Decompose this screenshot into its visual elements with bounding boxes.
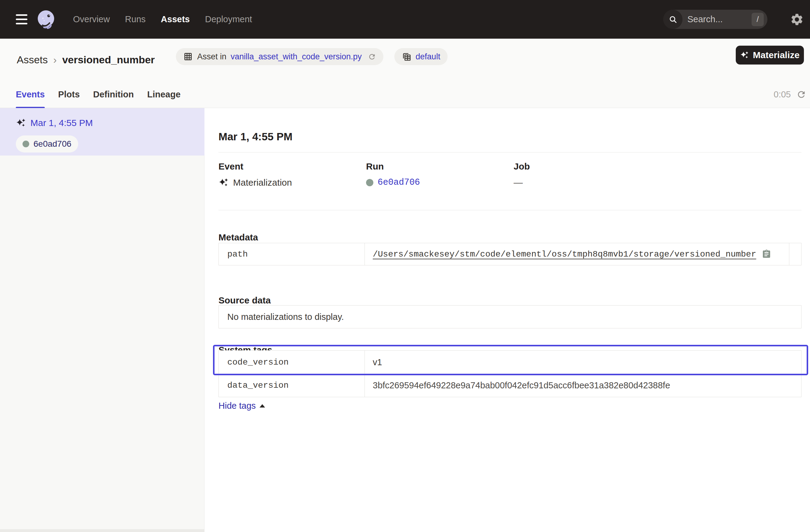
content-area: Mar 1, 4:55 PM 6e0ad706 Mar 1, 4:55 PM E…: [0, 108, 810, 532]
run-chip[interactable]: 6e0ad706: [16, 135, 78, 152]
table-gutter: [789, 243, 801, 265]
event-detail-panel: Mar 1, 4:55 PM Event Run Job Materializa…: [205, 108, 810, 532]
refresh-countdown: 0:05: [774, 90, 791, 99]
run-status-dot: [366, 179, 373, 186]
copy-path-icon[interactable]: [762, 249, 771, 259]
tab-definition[interactable]: Definition: [93, 81, 134, 108]
run-value: 6e0ad706: [366, 177, 420, 188]
job-value: —: [514, 177, 523, 188]
page-title: versioned_number: [62, 54, 155, 66]
tab-plots[interactable]: Plots: [58, 81, 80, 108]
asset-group-icon: [402, 52, 411, 62]
asset-file-link[interactable]: vanilla_asset_with_code_version.py: [231, 52, 362, 62]
nav-item-runs[interactable]: Runs: [125, 14, 146, 25]
metadata-value: /Users/smackesey/stm/code/elementl/oss/t…: [365, 243, 789, 265]
auto-refresh-timer: 0:05: [774, 81, 806, 108]
materialize-button[interactable]: Materialize: [736, 46, 804, 65]
global-search[interactable]: /: [663, 10, 767, 29]
asset-definition-chip: Asset in vanilla_asset_with_code_version…: [176, 48, 384, 65]
event-timestamp: Mar 1, 4:55 PM: [30, 118, 93, 128]
header-chips: Asset in vanilla_asset_with_code_version…: [176, 48, 448, 65]
reload-definition-icon[interactable]: [368, 53, 376, 61]
system-tags-section: code_version v1 data_version 3bfc269594e…: [218, 350, 801, 397]
run-column-label: Run: [366, 161, 384, 172]
metadata-table: path /Users/smackesey/stm/code/elementl/…: [218, 243, 801, 265]
breadcrumb: Assets › versioned_number: [17, 39, 155, 81]
system-tags-table: code_version v1 data_version 3bfc269594e…: [218, 350, 801, 397]
search-input[interactable]: [687, 14, 742, 25]
table-row-data-version: data_version 3bfc269594ef649228e9a74bab0…: [219, 374, 801, 397]
job-value-text: —: [514, 177, 523, 188]
event-list-item-selected[interactable]: Mar 1, 4:55 PM 6e0ad706: [0, 108, 205, 156]
tab-events[interactable]: Events: [16, 81, 45, 108]
materialization-sparkle-icon: [218, 177, 229, 188]
asset-header: Assets › versioned_number Asset in vanil…: [0, 39, 810, 81]
dagster-asset-page: Overview Runs Assets Deployment / Assets…: [0, 0, 810, 532]
asset-chip-prefix: Asset in: [197, 52, 226, 62]
event-timestamp-row: Mar 1, 4:55 PM: [16, 118, 93, 128]
asset-tabs: Events Plots Definition Lineage: [16, 81, 180, 108]
run-status-dot: [22, 141, 29, 147]
source-data-empty-box: No materializations to display.: [218, 305, 801, 328]
hide-tags-link[interactable]: Hide tags: [218, 401, 265, 411]
events-sidebar: Mar 1, 4:55 PM 6e0ad706: [0, 108, 205, 532]
event-type-text: Materialization: [233, 177, 292, 188]
tab-lineage[interactable]: Lineage: [147, 81, 181, 108]
nav-item-overview[interactable]: Overview: [73, 14, 110, 25]
table-row: path /Users/smackesey/stm/code/elementl/…: [219, 243, 801, 265]
tag-value: v1: [365, 351, 801, 374]
search-shortcut-badge: /: [751, 13, 764, 26]
asset-tabs-row: Events Plots Definition Lineage 0:05: [0, 81, 810, 108]
menu-icon[interactable]: [16, 14, 27, 25]
asset-table-icon: [183, 52, 193, 62]
event-column-label: Event: [218, 161, 243, 172]
asset-group-chip: default: [394, 48, 448, 65]
source-data-empty-message: No materializations to display.: [227, 312, 344, 322]
dagster-logo-icon[interactable]: [36, 9, 56, 29]
path-link[interactable]: /Users/smackesey/stm/code/elementl/oss/t…: [373, 249, 756, 259]
tag-key: code_version: [219, 351, 365, 374]
nav-item-deployment[interactable]: Deployment: [205, 14, 252, 25]
run-id-link[interactable]: 6e0ad706: [378, 177, 420, 188]
settings-gear-icon[interactable]: [790, 13, 804, 27]
search-icon: [663, 10, 682, 29]
materialize-button-label: Materialize: [753, 50, 799, 60]
materialization-sparkle-icon: [16, 118, 26, 128]
run-chip-id: 6e0ad706: [33, 139, 71, 149]
table-row-code-version: code_version v1: [219, 351, 801, 374]
group-default-link[interactable]: default: [416, 52, 440, 62]
breadcrumb-assets-link[interactable]: Assets: [17, 54, 48, 66]
hide-tags-label: Hide tags: [218, 401, 256, 411]
primary-nav: Overview Runs Assets Deployment: [73, 0, 252, 39]
sidebar-bottom-strip: [0, 529, 204, 532]
breadcrumb-separator: ›: [53, 54, 56, 66]
job-column-label: Job: [514, 161, 530, 172]
sparkle-icon: [740, 50, 749, 60]
divider: [218, 210, 801, 210]
metadata-heading: Metadata: [218, 232, 258, 243]
nav-item-assets[interactable]: Assets: [161, 14, 190, 25]
collapse-triangle-icon: [260, 404, 265, 407]
event-detail-title: Mar 1, 4:55 PM: [218, 131, 292, 143]
metadata-key: path: [219, 243, 365, 265]
top-nav: Overview Runs Assets Deployment /: [0, 0, 810, 39]
refresh-icon[interactable]: [796, 90, 806, 99]
tag-value: 3bfc269594ef649228e9a74bab00f042efc91d5a…: [365, 374, 801, 397]
source-data-heading: Source data: [218, 295, 271, 306]
divider: [218, 152, 801, 152]
event-type-value: Materialization: [218, 177, 292, 188]
tag-key: data_version: [219, 374, 365, 397]
